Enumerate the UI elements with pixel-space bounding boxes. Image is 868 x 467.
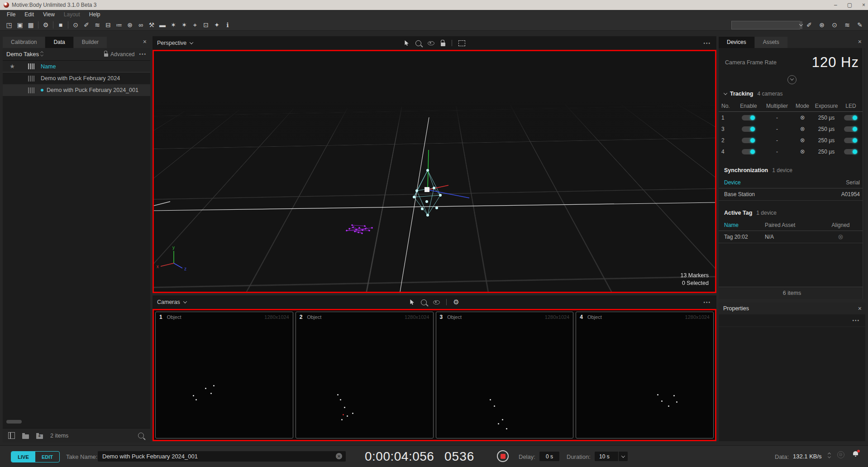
live-edit-toggle[interactable]: LIVE EDIT <box>11 451 60 462</box>
tracking-section-header[interactable]: Tracking 4 cameras <box>719 85 865 101</box>
takes-title[interactable]: Demo Takes <box>6 51 39 58</box>
menu-edit[interactable]: Edit <box>20 10 38 19</box>
visibility-icon[interactable] <box>428 41 434 45</box>
menu-file[interactable]: File <box>3 10 19 19</box>
antenna-icon[interactable]: ⌖ <box>190 20 200 29</box>
not-aligned-icon[interactable]: ⊗ <box>821 233 860 241</box>
enable-toggle[interactable] <box>742 138 755 143</box>
duration-dropdown-icon[interactable] <box>618 452 628 461</box>
advanced-toggle[interactable]: Advanced <box>110 51 134 58</box>
horizontal-scrollbar[interactable] <box>6 420 22 424</box>
camera-settings-icon[interactable]: ≔ <box>114 20 124 29</box>
take-row[interactable]: Demo with Puck February 2024 <box>3 72 150 84</box>
save-take-icon[interactable]: ▣ <box>14 20 25 29</box>
data-rate-spinner[interactable] <box>828 453 830 458</box>
camera-view-3[interactable]: 3 Object 1280x1024 <box>436 312 574 438</box>
memory-card-icon[interactable]: ▬ <box>157 20 168 29</box>
led-toggle[interactable] <box>844 115 858 120</box>
tab-assets[interactable]: Assets <box>755 37 787 48</box>
take-row-current[interactable]: Demo with Puck February 2024_001 <box>3 84 150 96</box>
frame-badge-icon[interactable]: ⊡ <box>200 20 211 29</box>
properties-menu-button[interactable]: ••• <box>852 318 860 323</box>
camera-view-4[interactable]: 4 Object 1280x1024 <box>576 312 714 438</box>
duration-input[interactable]: 10 s <box>595 452 618 461</box>
info-icon[interactable]: ℹ <box>222 20 233 29</box>
calibration-wand-icon[interactable]: ✐ <box>81 20 92 29</box>
enable-toggle[interactable] <box>742 149 755 154</box>
tab-data[interactable]: Data <box>45 37 73 48</box>
minimize-button[interactable]: – <box>834 2 837 8</box>
perspective-viewport[interactable]: y x z 13 Markers 0 Selected <box>153 50 716 293</box>
clear-take-name-icon[interactable]: ✕ <box>336 453 342 459</box>
mode-icon[interactable]: ⊕ <box>798 113 806 121</box>
mode-icon[interactable]: ⊕ <box>798 125 806 133</box>
new-folder-icon[interactable] <box>36 434 43 439</box>
panes-toggle-icon[interactable] <box>8 432 15 439</box>
name-column-header[interactable]: Name <box>41 63 150 70</box>
close-button[interactable]: × <box>862 2 865 8</box>
frame-rate-value[interactable]: 120 Hz <box>812 54 859 71</box>
takes-menu-button[interactable]: ••• <box>139 52 147 57</box>
maximize-button[interactable]: ▢ <box>847 2 852 8</box>
led-toggle[interactable] <box>844 149 858 154</box>
save-as-icon[interactable]: ▦ <box>25 20 36 29</box>
close-devices-panel-icon[interactable]: × <box>858 38 862 45</box>
markerset-1-icon[interactable]: ✶ <box>168 20 179 29</box>
visibility-icon[interactable] <box>433 300 440 304</box>
folder-icon[interactable] <box>22 434 29 439</box>
notifications-bell-icon[interactable] <box>853 451 859 457</box>
combobox-dropdown-icon[interactable] <box>800 21 802 29</box>
tab-builder[interactable]: Builder <box>74 37 107 48</box>
rigid-body-icon[interactable]: ⊛ <box>124 20 135 29</box>
record-button[interactable] <box>497 450 509 462</box>
settings-gear-icon[interactable]: ⚙ <box>40 20 51 29</box>
data-streaming-icon[interactable]: ≋ <box>92 20 103 29</box>
close-left-panel-icon[interactable]: × <box>143 38 147 45</box>
led-toggle[interactable] <box>844 138 858 143</box>
layout-combobox[interactable] <box>731 21 800 29</box>
take-name-input[interactable] <box>98 451 346 462</box>
camera-row[interactable]: 3 -⊕ 250 µs <box>719 123 865 135</box>
database-icon[interactable]: ≋ <box>842 20 853 29</box>
led-toggle[interactable] <box>844 126 858 132</box>
reset-layout-icon[interactable]: ■ <box>55 20 66 29</box>
camera-row[interactable]: 2 -⊕ 250 µs <box>719 135 865 146</box>
camera-row[interactable]: 4 -⊕ 250 µs <box>719 146 865 157</box>
menu-help[interactable]: Help <box>85 10 105 19</box>
link-icon[interactable]: ∞ <box>135 20 146 29</box>
live-button[interactable]: LIVE <box>11 452 35 462</box>
serial-column-header[interactable]: Serial <box>846 179 860 186</box>
camera-row[interactable]: 1 -⊕ 250 µs <box>719 112 865 123</box>
tag-row[interactable]: Tag 20:02 N/A ⊗ <box>719 231 865 243</box>
camera-view-2[interactable]: 2 Object 1280x1024 <box>296 312 434 438</box>
takes-switch-icon[interactable] <box>41 52 43 57</box>
edit-wand-icon[interactable]: ✐ <box>804 20 815 29</box>
tab-calibration[interactable]: Calibration <box>3 37 45 48</box>
delay-input[interactable]: 0 s <box>539 452 559 461</box>
edit-layout-icon[interactable]: ✎ <box>854 20 865 29</box>
camera-view-1[interactable]: 1 Object 1280x1024 <box>155 312 293 438</box>
mode-icon[interactable]: ⊕ <box>798 136 806 144</box>
stripes-column-icon[interactable] <box>22 63 41 69</box>
search-icon[interactable] <box>138 433 144 438</box>
sync-device-row[interactable]: Base Station A01954 <box>719 188 865 201</box>
camera-settings-gear-icon[interactable]: ⚙ <box>453 298 459 306</box>
zoom-icon[interactable] <box>415 40 421 46</box>
graph-view-icon[interactable]: ⊛ <box>816 20 827 29</box>
selection-rect-icon[interactable] <box>458 40 465 46</box>
edit-button[interactable]: EDIT <box>35 452 59 462</box>
clear-mask-icon[interactable]: ⊟ <box>103 20 114 29</box>
flare-icon[interactable]: ✦ <box>211 20 222 29</box>
lock-view-icon[interactable] <box>441 43 445 46</box>
enable-toggle[interactable] <box>742 126 755 132</box>
camera-calibration-icon[interactable]: ⊙ <box>70 20 81 29</box>
vertical-scrollbar[interactable] <box>863 48 865 299</box>
markerset-2-icon[interactable]: ✶ <box>179 20 190 29</box>
camera-capture-icon[interactable]: ⊙ <box>829 20 840 29</box>
mode-icon[interactable]: ⊕ <box>798 147 806 155</box>
zoom-icon[interactable] <box>421 299 427 305</box>
perspective-menu-button[interactable]: ••• <box>703 41 711 46</box>
close-properties-icon[interactable]: × <box>858 305 862 312</box>
select-cursor-icon[interactable] <box>410 299 415 305</box>
expand-settings-button[interactable] <box>787 75 796 84</box>
